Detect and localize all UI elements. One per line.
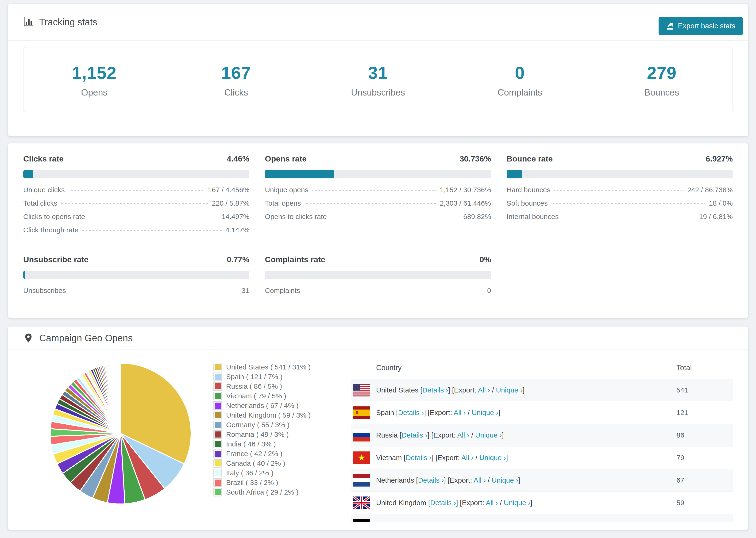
rate-detail-label: Complaints [265,287,300,295]
total-cell: 79 [676,454,733,462]
summary-stat: 31 Unsubscribes [307,47,449,112]
export-unique-link[interactable]: Unique › [472,409,498,416]
details-link[interactable]: Details › [409,521,435,522]
progress-bar [23,170,249,178]
flag-vietnam [353,452,370,464]
geo-table-row[interactable]: Russia [Details ›] [Export: All › / Uniq… [351,424,733,446]
export-unique-link[interactable]: Unique › [483,521,509,522]
country-name: United States [376,386,420,394]
pie-chart-svg [48,361,193,506]
rate-detail-label: Unique clicks [23,186,65,194]
details-link[interactable]: Details › [418,476,444,484]
export-unique-link[interactable]: Unique › [504,499,530,507]
details-link[interactable]: Details › [430,499,456,507]
rate-value: 0% [480,255,491,264]
summary-stat: 1,152 Opens [24,47,165,112]
rate-value: 0.77% [227,255,249,264]
details-link[interactable]: Details › [398,409,424,416]
legend-swatch [213,382,222,391]
geo-table-row[interactable]: United States [Details ›] [Export: All ›… [351,379,733,401]
country-name: Russia [376,431,400,439]
summary-stat-label: Bounces [591,87,732,98]
legend-label: Canada ( 40 / 2% ) [226,459,285,467]
dotted-leader [552,203,705,204]
details-link[interactable]: Details › [402,431,427,439]
rate-detail-row: Unique clicks 167 / 4.456% [23,186,249,199]
geo-table: Country Total United States [Details ›] … [351,357,733,522]
legend-label: Italy ( 36 / 2% ) [226,469,274,477]
dotted-leader [69,190,204,190]
dotted-leader [61,203,208,204]
dotted-leader [562,217,695,217]
rate-value: 6.927% [706,154,733,163]
export-all-link[interactable]: All › [486,499,498,507]
export-all-link[interactable]: All › [454,409,466,416]
summary-stat-label: Opens [24,87,165,98]
legend-item: India ( 46 / 3% ) [213,439,351,449]
rate-detail-value: 242 / 86.738% [687,186,733,194]
rate-detail-value: 4.147% [226,226,249,234]
geo-table-row[interactable]: Vietnam [Details ›] [Export: All › / Uni… [351,446,733,469]
flag-united-states [353,384,370,397]
legend-label: South Africa ( 29 / 2% ) [226,488,298,496]
flag-spain [353,406,370,419]
legend-item: Vietnam ( 79 / 5% ) [213,391,351,401]
legend-label: United States ( 541 / 31% ) [226,363,311,371]
geo-table-row[interactable]: Netherlands [Details ›] [Export: All › /… [351,469,733,491]
tracking-stats-card: Tracking stats Export basic stats 1,152 … [8,4,748,136]
summary-stat: 279 Bounces [591,47,732,112]
progress-bar [23,271,249,279]
export-all-link[interactable]: All › [478,386,490,394]
legend-swatch [213,478,222,487]
rate-detail-row: Complaints 0 [265,287,491,300]
rate-detail-row: Clicks to opens rate 14.497% [23,213,249,226]
rate-detail-value: 31 [242,287,249,295]
legend-label: Netherlands ( 67 / 4% ) [226,402,298,409]
country-cell: Germany [Details ›] [Export: All › / Uni… [376,521,676,522]
rate-title: Clicks rate [23,154,64,163]
legend-item: United States ( 541 / 31% ) [213,362,351,372]
export-all-link[interactable]: All › [457,431,469,439]
country-cell: United Kingdom [Details ›] [Export: All … [376,499,676,507]
details-link[interactable]: Details › [406,454,432,461]
rate-block: Complaints rate 0% Complaints 0 [265,255,491,300]
legend-swatch [213,469,222,477]
legend-swatch [213,488,222,497]
rate-value: 30.736% [459,154,491,163]
legend-swatch [213,459,222,467]
legend-item: Germany ( 55 / 3% ) [213,420,351,430]
geo-table-row[interactable]: United Kingdom [Details ›] [Export: All … [351,491,733,514]
geo-table-row[interactable]: Germany [Details ›] [Export: All › / Uni… [351,514,733,522]
legend-swatch [213,392,222,400]
export-unique-link[interactable]: Unique › [475,431,502,439]
geo-pie-chart [23,350,213,522]
total-cell: 541 [676,386,733,394]
summary-stat-value: 279 [591,63,732,83]
flag-russia [353,429,370,442]
rate-detail-label: Internal bounces [507,213,559,221]
details-link[interactable]: Details › [422,386,448,394]
geo-body: United States ( 541 / 31% ) Spain ( 121 … [8,350,748,522]
column-total: Total [676,364,733,372]
export-all-link[interactable]: All › [465,521,477,522]
export-unique-link[interactable]: Unique › [479,454,506,461]
dotted-leader [82,230,222,231]
export-all-link[interactable]: All › [473,476,486,484]
legend-swatch [213,440,222,448]
country-flag [351,474,376,487]
legend-item: Romania ( 49 / 3% ) [213,430,351,439]
legend-item: Russia ( 86 / 5% ) [213,381,351,391]
export-all-link[interactable]: All › [461,454,473,461]
rate-detail-row: Internal bounces 19 / 6.81% [507,213,733,226]
rate-detail-value: 14.497% [222,213,249,221]
geo-table-row[interactable]: Spain [Details ›] [Export: All › / Uniqu… [351,401,733,424]
rate-detail-value: 167 / 4.456% [208,186,249,194]
rate-detail-value: 19 / 6.81% [699,213,733,221]
dotted-leader [554,190,683,190]
export-basic-stats-button[interactable]: Export basic stats [659,17,743,35]
export-unique-link[interactable]: Unique › [496,386,522,394]
export-unique-link[interactable]: Unique › [492,476,518,484]
country-name: Spain [376,409,396,416]
legend-label: United Kingdom ( 59 / 3% ) [226,411,311,419]
country-name: Vietnam [376,454,404,461]
